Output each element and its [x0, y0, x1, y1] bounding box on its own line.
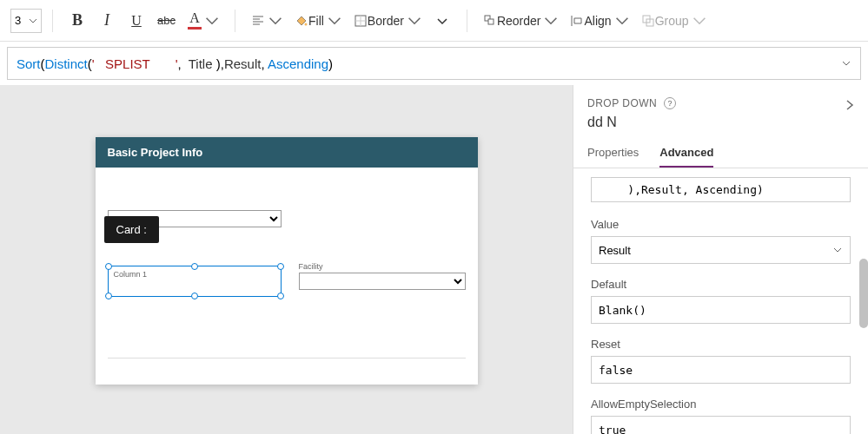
group-label: Group: [655, 14, 689, 28]
align-left-icon: [251, 14, 265, 28]
align-label: Align: [584, 14, 611, 28]
bold-button[interactable]: B: [63, 7, 91, 35]
panel-collapse-button[interactable]: [844, 99, 856, 114]
border-icon: [354, 14, 368, 28]
workspace: Basic Project Info Card : Column 1: [0, 85, 868, 434]
formula-bar[interactable]: Sort(Distinct(' SPLIST ', Title ),Result…: [7, 47, 861, 80]
chevron-down-icon: [544, 14, 558, 28]
divider: [108, 358, 466, 358]
form-card[interactable]: Basic Project Info Card : Column 1: [96, 137, 478, 385]
align-icon: [570, 14, 584, 28]
panel-tabs: Properties Advanced: [573, 139, 868, 168]
reset-label: Reset: [591, 338, 851, 351]
items-formula-preview[interactable]: ),Result, Ascending): [591, 177, 851, 202]
group-button: Group: [636, 7, 712, 35]
fill-label: Fill: [308, 14, 324, 28]
value-select[interactable]: Result: [591, 236, 851, 264]
resize-handle[interactable]: [277, 263, 284, 270]
formula-text: Sort(Distinct(' SPLIST ', Title ),Result…: [17, 56, 333, 71]
chevron-right-icon: [844, 99, 856, 111]
facility-label: Facility: [299, 262, 466, 271]
chevron-down-icon: [832, 245, 843, 255]
strikethrough-button[interactable]: abc: [152, 7, 181, 35]
card-body: Card : Column 1: [96, 168, 478, 385]
font-size-value: 3: [15, 14, 21, 27]
default-input[interactable]: [591, 296, 851, 324]
reorder-icon: [483, 14, 497, 28]
resize-handle[interactable]: [105, 263, 112, 270]
chevron-down-icon: [841, 58, 851, 69]
border-button[interactable]: Border: [348, 7, 427, 35]
panel-control-type: DROP DOWN ?: [587, 97, 676, 109]
more-formatting-button[interactable]: [428, 7, 456, 35]
chevron-down-icon: [407, 14, 421, 28]
chevron-down-icon: [692, 14, 706, 28]
tab-properties[interactable]: Properties: [587, 139, 639, 168]
fill-button[interactable]: Fill: [289, 7, 347, 35]
facility-dropdown[interactable]: [299, 273, 466, 290]
group-icon: [641, 14, 655, 28]
info-icon[interactable]: ?: [664, 97, 676, 109]
chevron-down-large-icon: [435, 14, 449, 28]
value-selected: Result: [599, 244, 631, 257]
chevron-down-icon: [268, 14, 282, 28]
border-label: Border: [368, 14, 404, 28]
control-name[interactable]: dd N: [573, 113, 868, 139]
resize-handle[interactable]: [191, 293, 198, 299]
default-label: Default: [591, 278, 851, 291]
italic-button[interactable]: I: [93, 7, 121, 35]
reset-input[interactable]: [591, 356, 851, 384]
align-button[interactable]: Align: [565, 7, 633, 35]
resize-handle[interactable]: [191, 263, 198, 270]
tab-advanced[interactable]: Advanced: [659, 139, 713, 168]
allowempty-label: AllowEmptySelection: [591, 398, 851, 411]
chevron-down-icon: [328, 14, 341, 28]
underline-button[interactable]: U: [123, 7, 150, 35]
formatting-toolbar: 3 B I U abc A Fill Border: [0, 0, 868, 42]
panel-scrollbar[interactable]: [859, 259, 868, 328]
font-size-input[interactable]: 3: [10, 9, 42, 33]
resize-handle[interactable]: [277, 293, 284, 299]
text-align-button[interactable]: [246, 7, 288, 35]
font-color-button[interactable]: A: [182, 7, 224, 35]
chevron-down-icon: [29, 16, 37, 25]
card-tooltip: Card :: [104, 216, 159, 243]
formula-expand-button[interactable]: [841, 56, 851, 71]
value-label: Value: [591, 218, 851, 231]
card-header: Basic Project Info: [96, 137, 478, 168]
chevron-down-icon: [205, 14, 219, 28]
properties-panel: DROP DOWN ? dd N Properties Advanced ),R…: [573, 85, 868, 434]
column1-label: Column 1: [114, 270, 275, 279]
paint-bucket-icon: [295, 14, 308, 28]
resize-handle[interactable]: [105, 293, 112, 299]
reorder-label: Reorder: [497, 14, 541, 28]
svg-point-0: [304, 23, 307, 25]
svg-rect-3: [488, 19, 494, 24]
selected-dropdown-control[interactable]: Column 1: [108, 266, 282, 297]
canvas-area[interactable]: Basic Project Info Card : Column 1: [0, 85, 573, 434]
reorder-button[interactable]: Reorder: [478, 7, 564, 35]
allowempty-input[interactable]: [591, 416, 851, 434]
panel-body: ),Result, Ascending) Value Result Defaul…: [573, 168, 868, 434]
chevron-down-icon: [615, 14, 629, 28]
